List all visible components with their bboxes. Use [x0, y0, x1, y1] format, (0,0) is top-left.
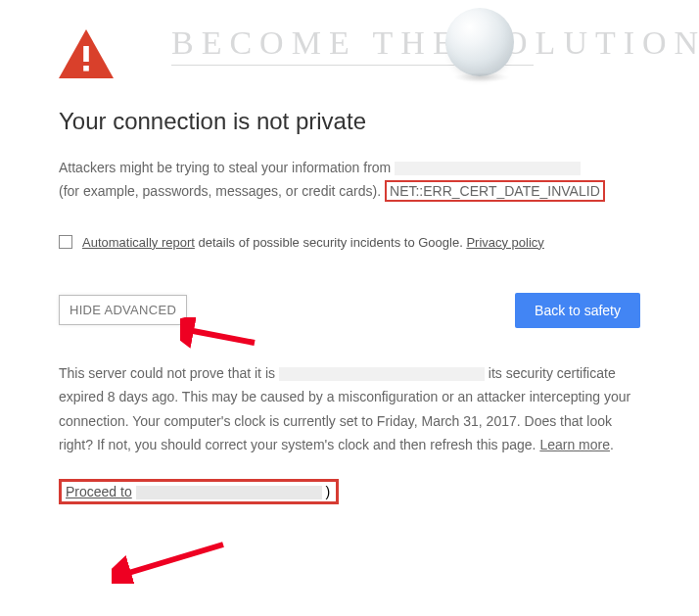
proceed-highlight-box: Proceed to ) [59, 479, 339, 504]
proceed-link[interactable]: Proceed to [66, 484, 132, 499]
warning-triangle-icon [59, 29, 640, 78]
warning-line1: Attackers might be trying to steal your … [59, 160, 391, 175]
auto-report-link[interactable]: Automatically report [82, 235, 195, 250]
explanation-paragraph: This server could not prove that it is i… [59, 361, 640, 457]
svg-line-6 [125, 545, 223, 574]
learn-more-link[interactable]: Learn more [539, 437, 610, 452]
auto-report-row: Automatically report details of possible… [59, 235, 640, 250]
error-code-highlight: NET::ERR_CERT_DATE_INVALID [385, 180, 605, 202]
hide-advanced-button[interactable]: HIDE ADVANCED [59, 295, 187, 325]
proceed-suffix: ) [326, 484, 331, 499]
redacted-host-2 [279, 367, 485, 381]
redacted-host-3 [136, 486, 322, 499]
error-code: NET::ERR_CERT_DATE_INVALID [390, 183, 600, 199]
page-title: Your connection is not private [59, 108, 640, 135]
back-to-safety-button[interactable]: Back to safety [515, 293, 640, 328]
warning-line2: (for example, passwords, messages, or cr… [59, 183, 381, 199]
annotation-arrow-2 [112, 539, 229, 584]
redacted-host-1 [395, 162, 581, 175]
svg-rect-1 [83, 46, 89, 62]
svg-rect-2 [83, 66, 89, 71]
auto-report-details: details of possible security incidents t… [195, 235, 466, 250]
explain-part1: This server could not prove that it is [59, 365, 279, 381]
privacy-policy-link[interactable]: Privacy policy [466, 235, 543, 250]
auto-report-checkbox[interactable] [59, 235, 72, 249]
warning-paragraph: Attackers might be trying to steal your … [59, 157, 640, 204]
